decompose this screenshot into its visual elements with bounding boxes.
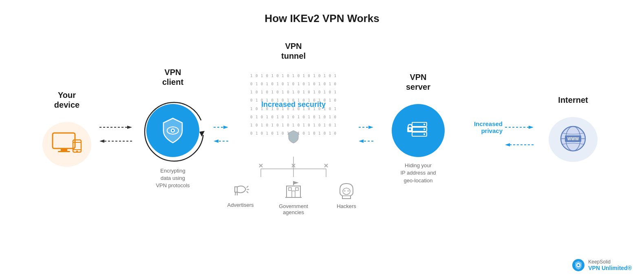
svg-rect-3 xyxy=(73,140,81,152)
svg-marker-59 xyxy=(529,126,534,129)
tunnel-shield-icon xyxy=(287,130,300,144)
vpn-tunnel-column: VPNtunnel 1 0 1 0 1 0 1 0 1 0 1 0 1 0 1 … xyxy=(228,41,359,215)
svg-point-57 xyxy=(409,128,411,131)
device-icon-circle xyxy=(42,122,91,167)
svg-rect-0 xyxy=(53,133,75,148)
internet-icon: WWW xyxy=(556,123,591,156)
keepsolid-brand: VPN Unlimited® xyxy=(588,265,632,271)
binary-row-7: 1 0 1 0 1 0 1 0 1 0 1 0 1 0 1 0 1 xyxy=(232,123,355,127)
increased-privacy-label: Increasedprivacy xyxy=(466,120,503,134)
svg-text:WWW: WWW xyxy=(567,137,579,141)
svg-marker-47 xyxy=(368,126,373,129)
privacy-section: Increasedprivacy xyxy=(463,120,536,148)
svg-line-33 xyxy=(247,191,248,193)
arrow-left-1 xyxy=(99,138,132,144)
client-to-tunnel-arrows xyxy=(214,124,228,144)
internet-column: Internet WWW xyxy=(536,95,610,162)
government-threat: Governmentagencies xyxy=(271,180,316,215)
svg-marker-10 xyxy=(99,140,104,143)
shield-eye-icon xyxy=(159,116,187,145)
binary-row-1: 1 0 1 0 1 0 1 0 1 0 1 0 1 0 1 0 1 xyxy=(232,74,355,78)
government-icon xyxy=(283,180,304,200)
small-shield-icon xyxy=(287,130,300,144)
threats-list: Advertisers xyxy=(218,180,369,215)
arrow-right-1 xyxy=(99,124,132,131)
svg-rect-45 xyxy=(342,196,351,199)
svg-marker-61 xyxy=(505,143,510,146)
device-column: Yourdevice xyxy=(34,90,99,167)
svg-marker-19 xyxy=(214,140,218,143)
tunnel-security-label: Increased security xyxy=(261,100,326,109)
svg-point-55 xyxy=(423,133,425,135)
vpn-server-label: VPNserver xyxy=(406,72,430,92)
hacker-threat: Hackers xyxy=(324,180,369,215)
vpn-server-caption: Hiding yourIP address andgeo-location xyxy=(400,162,436,184)
svg-marker-12 xyxy=(199,131,205,137)
svg-line-31 xyxy=(247,186,248,188)
privacy-left-row xyxy=(466,142,534,148)
svg-point-69 xyxy=(578,264,580,266)
svg-rect-1 xyxy=(61,148,67,151)
hacker-label: Hackers xyxy=(337,203,356,209)
vpn-client-circle xyxy=(146,104,199,157)
svg-point-42 xyxy=(343,188,350,195)
megaphone-icon xyxy=(232,180,250,199)
vpn-client-label: VPNclient xyxy=(162,67,183,87)
svg-rect-40 xyxy=(292,191,295,197)
device-label: Yourdevice xyxy=(54,90,79,110)
svg-rect-38 xyxy=(289,188,291,190)
hacker-icon xyxy=(338,180,355,200)
internet-icon-circle: WWW xyxy=(549,117,598,162)
tunnel-area: 1 0 1 0 1 0 1 0 1 0 1 0 1 0 1 0 1 0 1 0 … xyxy=(232,73,355,136)
tunnel-to-server-arrows xyxy=(359,124,373,144)
device-to-client-arrows xyxy=(99,124,132,144)
binary-row-6: 0 1 0 1 0 1 0 1 0 1 0 1 0 1 0 1 0 xyxy=(232,115,355,119)
arrow-left-blue-1 xyxy=(214,138,228,144)
vpn-server-circle xyxy=(392,104,445,157)
server-lock-icon xyxy=(404,118,432,143)
binary-row-2: 0 1 0 1 0 1 0 1 0 1 0 1 0 1 0 1 0 xyxy=(232,82,355,86)
arrow-right-blue-2 xyxy=(359,124,373,131)
device-icon xyxy=(51,131,83,157)
svg-point-6 xyxy=(76,151,78,152)
svg-line-34 xyxy=(235,192,236,195)
svg-marker-8 xyxy=(127,126,132,129)
svg-point-53 xyxy=(423,128,425,130)
keepsolid-title: KeepSolid xyxy=(588,259,632,265)
vpn-tunnel-label: VPNtunnel xyxy=(281,41,306,61)
keepsolid-badge: KeepSolid VPN Unlimited® xyxy=(572,259,632,272)
internet-label: Internet xyxy=(558,95,588,105)
svg-point-44 xyxy=(348,190,349,192)
arrow-right-blue-3 xyxy=(505,124,534,131)
svg-point-15 xyxy=(172,130,174,132)
arrow-left-blue-3 xyxy=(505,142,534,148)
page-title: How IKEv2 VPN Works xyxy=(265,12,379,25)
diagram-container: How IKEv2 VPN Works Yourdevice xyxy=(0,0,644,279)
vpn-client-icon-wrapper xyxy=(141,99,205,162)
vpn-client-caption: Encryptingdata usingVPN protocols xyxy=(156,167,190,190)
advertiser-label: Advertisers xyxy=(227,202,254,208)
arrow-right-blue-1 xyxy=(214,124,228,131)
svg-marker-17 xyxy=(223,126,228,129)
svg-point-43 xyxy=(344,190,346,192)
keepsolid-text: KeepSolid VPN Unlimited® xyxy=(588,259,632,271)
keepsolid-logo xyxy=(572,259,585,272)
government-label: Governmentagencies xyxy=(279,203,308,215)
vpn-client-column: VPNclient xyxy=(132,67,214,190)
svg-marker-49 xyxy=(359,140,364,143)
threat-connectors xyxy=(236,157,351,177)
binary-row-3: 1 0 1 0 1 0 1 0 1 0 1 0 1 0 1 0 1 xyxy=(232,90,355,94)
privacy-right-row: Increasedprivacy xyxy=(466,120,534,134)
vpn-server-column: VPNserver Hiding yourIP address xyxy=(373,72,463,184)
svg-rect-2 xyxy=(58,151,70,152)
threats-wrapper: Advertisers xyxy=(218,157,369,215)
advertiser-threat: Advertisers xyxy=(218,180,263,215)
arrow-left-blue-2 xyxy=(359,138,373,144)
svg-point-51 xyxy=(423,124,425,125)
svg-rect-39 xyxy=(296,188,298,190)
